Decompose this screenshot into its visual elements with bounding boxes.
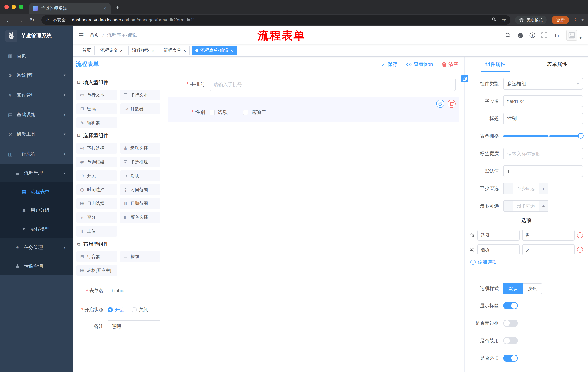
close-icon[interactable]: ×	[120, 48, 123, 53]
increase-icon[interactable]: +	[538, 183, 548, 194]
copy-component-button[interactable]	[436, 100, 444, 108]
view-tab[interactable]: 流程模型 ×	[128, 46, 158, 55]
help-icon[interactable]: ?	[529, 32, 535, 38]
option-label-input[interactable]	[477, 230, 520, 241]
decrease-icon[interactable]: −	[504, 201, 513, 212]
view-tab[interactable]: 流程表单-编辑 ×	[192, 46, 237, 55]
form-name-input[interactable]	[108, 285, 160, 296]
update-button[interactable]: 更新	[552, 16, 569, 24]
option-label-input[interactable]	[477, 244, 520, 255]
close-icon[interactable]: ×	[230, 48, 233, 53]
component-type-select[interactable]: 多选框组 ▼	[503, 78, 583, 90]
browser-menu-icon[interactable]: ⋮	[573, 17, 578, 23]
toggle-switch[interactable]	[503, 302, 518, 309]
checkbox-option[interactable]: 选项二	[243, 109, 266, 116]
max-select-input[interactable]	[513, 201, 538, 212]
save-button[interactable]: ✓ 保存	[381, 61, 397, 67]
decrease-icon[interactable]: −	[504, 183, 513, 194]
palette-item[interactable]: ✎ 编辑器	[76, 117, 117, 128]
link-icon[interactable]	[461, 75, 468, 82]
phone-field-row[interactable]: 手机号	[168, 77, 459, 92]
back-icon[interactable]: ←	[4, 17, 14, 23]
forward-icon[interactable]: →	[15, 17, 25, 23]
avatar[interactable]	[566, 30, 577, 41]
properties-tab[interactable]: 组件属性	[465, 57, 526, 72]
search-icon[interactable]	[505, 32, 511, 38]
status-radio[interactable]: 开启	[108, 307, 125, 313]
palette-item[interactable]: ⊙ 开关	[76, 170, 117, 181]
phone-input[interactable]	[210, 78, 456, 91]
palette-item[interactable]: ⊸ 滑块	[120, 170, 160, 181]
view-json-button[interactable]: 查看json	[406, 61, 433, 67]
menu-fold-icon[interactable]: ☰	[79, 32, 84, 39]
palette-item[interactable]: ◎ 下拉选择	[76, 143, 117, 154]
add-option-button[interactable]: + 添加选项	[471, 259, 583, 265]
slider-handle[interactable]	[578, 133, 584, 139]
palette-item[interactable]: ☰ 多行文本	[120, 90, 160, 100]
form-remark-textarea[interactable]	[108, 320, 160, 341]
bookmark-star-icon[interactable]: ☆	[502, 17, 506, 23]
palette-item[interactable]: ◧ 颜色选择	[120, 212, 160, 223]
palette-item[interactable]: ⊡ 密码	[76, 103, 117, 114]
palette-item[interactable]: ▭ 单行文本	[76, 90, 117, 100]
min-select-input[interactable]	[513, 183, 538, 194]
option-value-input[interactable]	[522, 230, 575, 241]
close-icon[interactable]: ×	[152, 48, 154, 53]
browser-tab[interactable]: 芋道管理系统 ×	[29, 3, 111, 14]
option-style-button[interactable]: 默认	[503, 283, 523, 294]
sidebar-item[interactable]: ♟ 用户分组	[0, 201, 73, 220]
palette-item[interactable]: ◉ 单选框组	[76, 157, 117, 167]
sidebar-item[interactable]: ¥ 支付管理 ▼	[0, 85, 73, 105]
close-tab-icon[interactable]: ×	[103, 5, 107, 11]
default-value-input[interactable]	[503, 165, 583, 177]
sidebar-item[interactable]: ♟ 请假查询	[0, 257, 73, 275]
status-radio[interactable]: 关闭	[132, 307, 148, 313]
view-tab[interactable]: 流程表单 ×	[160, 46, 189, 55]
close-icon[interactable]: ×	[183, 48, 186, 53]
title-input[interactable]	[503, 113, 583, 125]
palette-item[interactable]: ◷ 时间选择	[76, 184, 117, 195]
palette-item[interactable]: ⋔ 级联选择	[120, 143, 160, 154]
grid-slider[interactable]	[503, 130, 583, 142]
reload-icon[interactable]: ↻	[27, 17, 37, 23]
github-icon[interactable]	[517, 32, 523, 38]
address-bar[interactable]: ⚠ 不安全 dashboard.yudao.iocoder.cn/bpm/man…	[42, 15, 511, 25]
new-tab-button[interactable]: +	[116, 4, 119, 12]
sidebar-item[interactable]: ⊞ 任务管理 ▼	[0, 238, 73, 257]
minimize-window-button[interactable]	[12, 5, 16, 9]
toggle-switch[interactable]	[503, 319, 518, 327]
palette-item[interactable]: ⇧ 上传	[76, 226, 117, 237]
clear-button[interactable]: 清空	[442, 61, 459, 67]
sidebar-item[interactable]: ⚙ 系统管理 ▼	[0, 65, 73, 85]
sidebar-item[interactable]: ➤ 流程模型	[0, 220, 73, 238]
palette-item[interactable]: ☆ 评分	[76, 212, 117, 223]
palette-item[interactable]: ▦ 日期选择	[76, 198, 117, 209]
properties-tab[interactable]: 表单属性	[526, 57, 588, 72]
option-style-button[interactable]: 按钮	[523, 283, 542, 294]
close-window-button[interactable]	[4, 5, 9, 9]
field-name-input[interactable]	[503, 95, 583, 107]
sidebar-item[interactable]: ⚒ 研发工具 ▼	[0, 125, 73, 144]
toggle-switch[interactable]	[503, 337, 518, 344]
checkbox-option[interactable]: 选项一	[210, 109, 233, 116]
breadcrumb-home[interactable]: 首页	[90, 32, 99, 39]
palette-item[interactable]: ▦ 表格[开发中]	[76, 265, 117, 276]
slider-track[interactable]	[503, 135, 583, 137]
drag-handle-icon[interactable]	[470, 247, 475, 252]
gender-field-row-selected[interactable]: 性别 选项一	[168, 97, 459, 122]
drag-handle-icon[interactable]	[470, 233, 475, 237]
palette-item[interactable]: ▭ 按钮	[120, 251, 160, 262]
delete-component-button[interactable]	[448, 100, 456, 108]
option-value-input[interactable]	[522, 244, 575, 255]
toggle-switch[interactable]	[503, 354, 518, 362]
palette-item[interactable]: 123 计数器	[120, 103, 160, 114]
remove-option-icon[interactable]: −	[577, 232, 583, 238]
sidebar-item[interactable]: ▤ 基础设施 ▼	[0, 105, 73, 125]
palette-item[interactable]: ▥ 日期范围	[120, 198, 160, 209]
sidebar-item[interactable]: ▤ 流程表单	[0, 182, 73, 201]
remove-option-icon[interactable]: −	[577, 247, 583, 253]
increase-icon[interactable]: +	[538, 201, 548, 212]
sidebar-item[interactable]: ▥ 工作流程 ▲	[0, 144, 73, 164]
key-icon[interactable]	[491, 17, 496, 23]
sidebar-item[interactable]: ≣ 流程管理 ▲	[0, 164, 73, 182]
